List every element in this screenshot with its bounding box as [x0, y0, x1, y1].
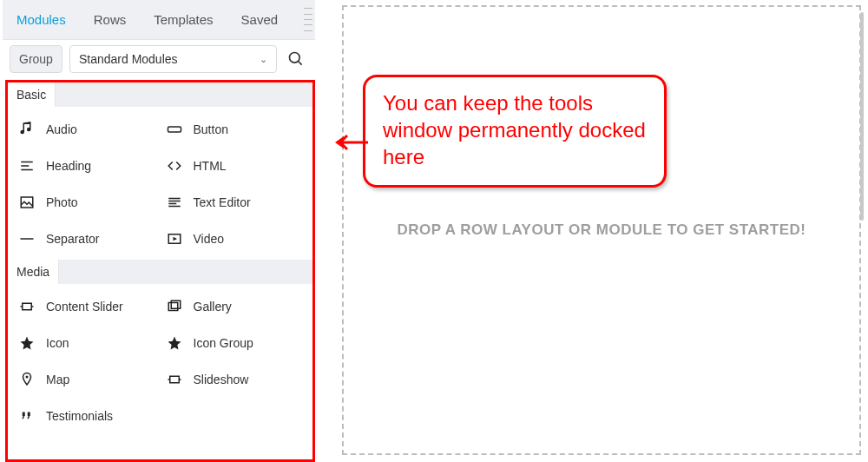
- svg-line-1: [299, 62, 302, 65]
- section-title: Media: [8, 260, 59, 284]
- module-icon[interactable]: Icon: [13, 327, 161, 359]
- svg-rect-10: [171, 300, 181, 308]
- annotation-arrow-icon: [333, 132, 368, 153]
- svg-rect-12: [169, 376, 179, 383]
- module-map[interactable]: Map: [13, 364, 161, 395]
- module-content-slider[interactable]: Content Slider: [13, 291, 161, 322]
- tab-rows[interactable]: Rows: [80, 0, 141, 40]
- module-button[interactable]: Button: [161, 114, 308, 145]
- gallery-icon: [166, 298, 183, 315]
- annotation-callout: You can keep the tools window permanentl…: [363, 75, 667, 188]
- module-text-editor[interactable]: Text Editor: [161, 187, 308, 218]
- svg-point-11: [26, 376, 29, 379]
- tab-templates[interactable]: Templates: [140, 0, 227, 40]
- module-photo[interactable]: Photo: [13, 187, 161, 218]
- heading-icon: [18, 157, 36, 175]
- module-label: Separator: [46, 232, 99, 246]
- section-header-basic[interactable]: Basic: [8, 82, 312, 107]
- text-editor-icon: [166, 194, 183, 211]
- module-label: Gallery: [194, 300, 232, 314]
- slideshow-icon: [166, 371, 183, 388]
- group-label: Group: [10, 45, 62, 73]
- module-label: Icon Group: [194, 336, 253, 350]
- modules-panel: Modules Rows Templates Saved Group Stand…: [3, 0, 315, 462]
- module-testimonials[interactable]: Testimonials: [13, 400, 161, 432]
- module-label: Text Editor: [194, 195, 251, 209]
- group-select[interactable]: Standard Modules ⌄: [69, 45, 277, 73]
- module-video[interactable]: Video: [161, 223, 308, 254]
- panel-tabs: Modules Rows Templates Saved: [3, 0, 315, 40]
- section-header-media[interactable]: Media: [8, 260, 312, 284]
- module-label: Heading: [46, 159, 91, 173]
- slider-icon: [18, 298, 36, 315]
- star-icon: [166, 334, 183, 352]
- annotation-text: You can keep the tools window permanentl…: [383, 91, 646, 168]
- module-label: Testimonials: [46, 409, 113, 423]
- video-icon: [166, 230, 183, 248]
- search-button[interactable]: [284, 47, 308, 71]
- module-audio[interactable]: Audio: [13, 114, 161, 145]
- audio-icon: [18, 121, 36, 138]
- tab-modules[interactable]: Modules: [3, 0, 80, 40]
- module-label: Audio: [46, 122, 77, 136]
- module-label: Button: [194, 122, 228, 136]
- module-label: Slideshow: [194, 373, 249, 386]
- tab-saved[interactable]: Saved: [227, 0, 293, 40]
- module-icon-group[interactable]: Icon Group: [161, 327, 308, 359]
- module-label: Icon: [46, 336, 69, 350]
- separator-icon: [18, 230, 36, 248]
- module-label: HTML: [194, 159, 227, 173]
- module-separator[interactable]: Separator: [13, 223, 161, 254]
- module-label: Photo: [46, 195, 78, 209]
- photo-icon: [18, 194, 36, 211]
- module-label: Map: [46, 373, 69, 386]
- filter-bar: Group Standard Modules ⌄: [3, 40, 315, 78]
- svg-point-0: [290, 53, 300, 63]
- group-select-value: Standard Modules: [79, 52, 178, 66]
- module-heading[interactable]: Heading: [13, 150, 161, 182]
- module-slideshow[interactable]: Slideshow: [161, 364, 308, 395]
- drop-canvas[interactable]: DROP A ROW LAYOUT OR MODULE TO GET START…: [342, 5, 861, 455]
- module-gallery[interactable]: Gallery: [161, 291, 308, 322]
- button-icon: [166, 121, 183, 138]
- star-icon: [18, 334, 36, 352]
- section-title: Basic: [8, 82, 56, 107]
- svg-rect-2: [168, 127, 181, 132]
- pin-icon: [18, 371, 36, 388]
- drag-handle-icon[interactable]: [303, 6, 315, 34]
- module-label: Video: [194, 232, 225, 246]
- modules-list: Basic Audio Button Heading HTML Photo: [5, 80, 315, 462]
- module-label: Content Slider: [46, 300, 123, 314]
- svg-rect-6: [23, 303, 32, 310]
- quote-icon: [18, 407, 36, 425]
- search-icon: [287, 50, 305, 68]
- svg-rect-9: [168, 303, 178, 311]
- drop-placeholder-text: DROP A ROW LAYOUT OR MODULE TO GET START…: [397, 221, 806, 239]
- chevron-down-icon: ⌄: [260, 54, 267, 65]
- html-icon: [166, 157, 183, 175]
- module-html[interactable]: HTML: [161, 150, 308, 182]
